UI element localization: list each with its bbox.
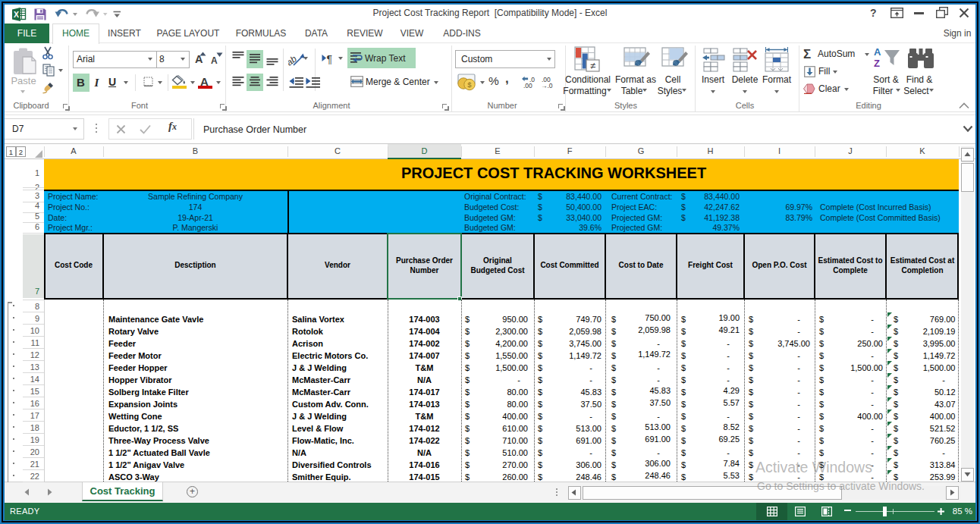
svg-text:Z: Z — [874, 58, 880, 69]
svg-text:X: X — [14, 10, 19, 19]
svg-text:$: $ — [467, 80, 472, 89]
svg-text:¶: ¶ — [327, 53, 333, 64]
svg-text:≠: ≠ — [590, 60, 595, 71]
svg-text:ab: ab — [288, 53, 299, 67]
svg-text:A: A — [874, 46, 881, 58]
svg-text:.00: .00 — [523, 82, 532, 89]
